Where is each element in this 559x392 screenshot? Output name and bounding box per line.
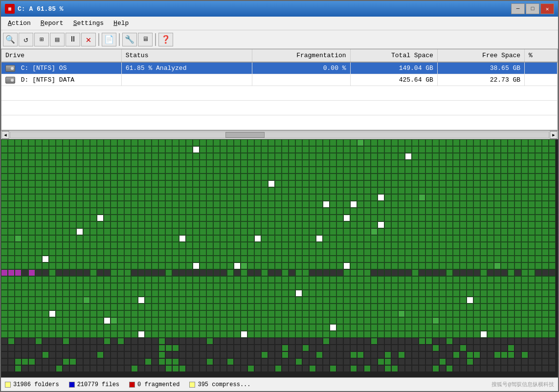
toolbar-separator-3 xyxy=(155,33,156,46)
free-cell: 38.65 GB xyxy=(437,62,524,74)
defrag-button[interactable]: ▤ xyxy=(50,33,65,46)
toolbar: 🔍 ↺ ⊞ ▤ ⏸ ✕ 📄 🔧 🖥 ❓ xyxy=(1,30,558,49)
content-area: Drive Status Fragmentation Total Space F… xyxy=(1,49,558,391)
total-cell: 149.04 GB xyxy=(350,62,437,74)
col-header-status: Status xyxy=(121,49,252,62)
drive-icon xyxy=(5,77,15,84)
settings-button[interactable]: 🔧 xyxy=(122,33,137,46)
pct-cell xyxy=(525,62,558,74)
compressed-dot xyxy=(189,382,195,388)
main-window: ▦ C: A 61.85 % ─ □ ✕ Action Report Setti… xyxy=(0,0,559,392)
table-row-empty xyxy=(1,86,558,101)
pause-button[interactable]: ⏸ xyxy=(66,33,80,46)
disk-visualization xyxy=(1,139,558,377)
files-label: 210779 files xyxy=(77,381,119,388)
pct-cell xyxy=(525,74,558,86)
menu-settings[interactable]: Settings xyxy=(68,18,109,29)
frag-cell xyxy=(252,74,351,86)
drive-cell: C: [NTFS] OS xyxy=(1,62,121,74)
drive-icon xyxy=(5,65,15,72)
menu-bar: Action Report Settings Help xyxy=(1,17,558,30)
folders-dot xyxy=(5,382,11,388)
folders-label: 31986 folders xyxy=(13,381,59,388)
total-cell: 425.64 GB xyxy=(350,74,437,86)
toolbar-separator-2 xyxy=(119,33,120,46)
frag-cell: 0.00 % xyxy=(252,62,351,74)
table-row-empty xyxy=(1,115,558,130)
status-fragmented: 0 fragmented xyxy=(129,381,179,388)
table-header-row: Drive Status Fragmentation Total Space F… xyxy=(1,49,558,62)
table-row[interactable]: D: [NTFS] DATA 425.64 GB 22.73 GB xyxy=(1,74,558,86)
stop-button[interactable]: ✕ xyxy=(81,33,96,46)
toolbar-separator-1 xyxy=(98,33,99,46)
status-files: 210779 files xyxy=(69,381,119,388)
drive-table: Drive Status Fragmentation Total Space F… xyxy=(1,49,558,130)
drive-table-container: Drive Status Fragmentation Total Space F… xyxy=(1,49,558,131)
status-cell: 61.85 % Analyzed xyxy=(121,62,252,74)
minimize-button[interactable]: ─ xyxy=(511,3,525,14)
scroll-track[interactable] xyxy=(10,131,549,138)
col-header-free: Free Space xyxy=(437,49,524,62)
disk-viz-canvas xyxy=(1,139,558,377)
menu-action[interactable]: Action xyxy=(3,18,36,29)
compressed-label: 395 compress... xyxy=(198,381,250,388)
status-cell xyxy=(121,74,252,86)
horizontal-scrollbar[interactable]: ◀ ▶ xyxy=(1,131,558,139)
refresh-button[interactable]: ↺ xyxy=(19,33,33,46)
maximize-button[interactable]: □ xyxy=(526,3,539,14)
app-icon: ▦ xyxy=(5,4,15,14)
free-cell: 22.73 GB xyxy=(437,74,524,86)
title-bar: ▦ C: A 61.85 % ─ □ ✕ xyxy=(1,1,558,17)
status-compressed: 395 compress... xyxy=(189,381,250,388)
window-controls: ─ □ ✕ xyxy=(511,3,554,14)
drive-cell: D: [NTFS] DATA xyxy=(1,74,121,86)
status-folders: 31986 folders xyxy=(5,381,59,388)
col-header-total: Total Space xyxy=(350,49,437,62)
analyze-button[interactable]: 🔍 xyxy=(3,33,18,46)
report-button[interactable]: 📄 xyxy=(102,33,116,46)
files-dot xyxy=(69,382,75,388)
title-text: C: A 61.85 % xyxy=(18,5,511,13)
table-row[interactable]: C: [NTFS] OS 61.85 % Analyzed 0.00 % 149… xyxy=(1,62,558,74)
scroll-left-arrow[interactable]: ◀ xyxy=(1,131,9,139)
col-header-frag: Fragmentation xyxy=(252,49,351,62)
status-bar: 31986 folders 210779 files 0 fragmented … xyxy=(1,377,558,391)
menu-help[interactable]: Help xyxy=(109,18,134,29)
col-header-drive: Drive xyxy=(1,49,121,62)
scroll-right-arrow[interactable]: ▶ xyxy=(550,131,558,139)
watermark: 搜狐号@驾驭信息纵横科技 xyxy=(492,381,554,388)
fragmented-dot xyxy=(129,382,135,388)
menu-report[interactable]: Report xyxy=(36,18,68,29)
fragmented-label: 0 fragmented xyxy=(137,381,179,388)
screen-button[interactable]: 🖥 xyxy=(138,33,153,46)
scroll-thumb[interactable] xyxy=(225,132,265,138)
table-row-empty xyxy=(1,101,558,115)
help-button[interactable]: ❓ xyxy=(158,33,173,46)
close-button[interactable]: ✕ xyxy=(540,3,554,14)
col-header-pct: % xyxy=(525,49,558,62)
defrag-all-button[interactable]: ⊞ xyxy=(34,33,49,46)
